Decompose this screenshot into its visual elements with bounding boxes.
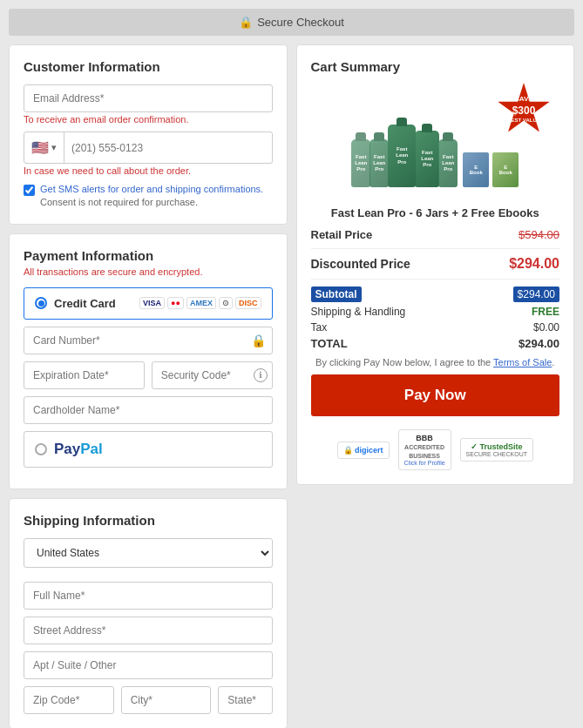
paypal-option[interactable]: PayPal <box>24 431 273 468</box>
shipping-value: FREE <box>532 306 559 318</box>
customer-info-title: Customer Information <box>24 59 273 74</box>
diners-icon: ⊙ <box>219 297 233 309</box>
lock-field-icon: 🔒 <box>251 334 266 347</box>
cart-title: Cart Summary <box>311 59 560 74</box>
bottle-5: FastLeanPro <box>438 139 458 187</box>
mastercard-icon: ●● <box>167 297 184 309</box>
paypal-logo: PayPal <box>54 441 103 458</box>
customer-info-section: Customer Information To receive an email… <box>9 44 288 225</box>
bottle-1: FastLeanPro <box>351 139 370 187</box>
credit-card-option[interactable]: Credit Card VISA ●● AMEX ⊙ DISC <box>24 287 273 320</box>
trusted-site-badge: ✓ TrustedSite SECURE CHECKOUT <box>460 438 533 462</box>
payment-info-section: Payment Information All transactions are… <box>9 233 288 489</box>
sms-text: Get SMS alerts for order and shipping co… <box>40 183 263 210</box>
pay-now-button[interactable]: Pay Now <box>311 374 560 416</box>
visa-icon: VISA <box>139 297 165 309</box>
retail-price-row: Retail Price $594.00 <box>311 228 560 241</box>
apt-field[interactable] <box>24 651 273 679</box>
credit-card-radio[interactable] <box>35 297 47 309</box>
shipping-label: Shipping & Handling <box>311 306 406 318</box>
bottle-3-main: FastLeanPro <box>388 125 416 187</box>
shipping-title: Shipping Information <box>24 513 273 528</box>
total-value: $294.00 <box>519 337 559 350</box>
discounted-price-row: Discounted Price $294.00 <box>311 256 560 272</box>
subtotal-value: $294.00 <box>513 286 559 302</box>
subtotal-row: Subtotal $294.00 <box>311 286 560 302</box>
phone-hint: In case we need to call about the order. <box>24 165 273 176</box>
secure-header: 🔒 Secure Checkout <box>9 9 574 36</box>
paypal-radio[interactable] <box>35 443 47 455</box>
subtotal-label: Subtotal <box>311 286 362 302</box>
card-icons: VISA ●● AMEX ⊙ DISC <box>139 297 261 309</box>
phone-dropdown-arrow: ▾ <box>51 142 57 153</box>
phone-wrapper: 🇺🇸 ▾ <box>24 131 273 164</box>
street-field[interactable] <box>24 617 273 644</box>
secure-header-title: Secure Checkout <box>257 16 344 29</box>
retail-label: Retail Price <box>311 228 373 241</box>
discounted-price: $294.00 <box>509 256 559 272</box>
email-field[interactable] <box>24 84 273 112</box>
cart-summary-section: Cart Summary FastLeanPro FastLeanPro Fas… <box>296 44 575 485</box>
retail-price: $594.00 <box>519 228 559 241</box>
shipping-row: Shipping & Handling FREE <box>311 306 560 318</box>
cardholder-name-field[interactable] <box>24 396 273 424</box>
email-hint: To receive an email order confirmation. <box>24 114 273 125</box>
tax-value: $0.00 <box>533 321 559 334</box>
phone-field[interactable] <box>64 135 272 161</box>
trust-badges: 🔒 digicert BBBACCREDITEDBUSINESS Click f… <box>311 425 560 470</box>
sms-checkbox[interactable] <box>24 185 35 196</box>
city-field[interactable] <box>121 686 212 714</box>
credit-card-label: Credit Card <box>54 297 116 310</box>
save-line2: $300 <box>512 104 536 118</box>
total-label: TOTAL <box>311 337 348 350</box>
amex-icon: AMEX <box>186 297 216 309</box>
tax-label: Tax <box>311 321 328 334</box>
lock-icon: 🔒 <box>239 16 253 29</box>
sms-sub: Consent is not required for purchase. <box>40 197 198 207</box>
sms-row: Get SMS alerts for order and shipping co… <box>24 183 273 210</box>
info-icon: ℹ <box>254 368 268 382</box>
terms-link[interactable]: Terms of Sale <box>493 357 552 367</box>
product-image-area: FastLeanPro FastLeanPro FastLeanPro Fast… <box>311 83 560 196</box>
card-number-field[interactable] <box>24 327 273 354</box>
phone-flag: 🇺🇸 ▾ <box>24 132 64 163</box>
expiration-field[interactable] <box>24 361 145 389</box>
terms-text: By clicking Pay Now below, I agree to th… <box>311 357 560 367</box>
zip-field[interactable] <box>24 686 114 714</box>
state-field[interactable] <box>218 686 272 714</box>
product-name: Fast Lean Pro - 6 Jars + 2 Free Ebooks <box>311 206 560 219</box>
digicert-badge: 🔒 digicert <box>337 442 390 459</box>
fullname-field[interactable] <box>24 582 273 610</box>
bottle-4: FastLeanPro <box>415 131 439 187</box>
bbb-badge: BBBACCREDITEDBUSINESS Click for Profile <box>398 429 451 470</box>
ebook-1: EBook <box>463 152 489 187</box>
payment-subtitle: All transactions are secure and encrypte… <box>24 266 273 277</box>
payment-info-title: Payment Information <box>24 248 273 263</box>
total-row: TOTAL $294.00 <box>311 337 560 350</box>
bottle-2: FastLeanPro <box>369 139 389 187</box>
tax-row: Tax $0.00 <box>311 321 560 334</box>
country-select[interactable]: United States <box>24 538 273 568</box>
shipping-info-section: Shipping Information United States <box>9 498 288 728</box>
discounted-label: Discounted Price <box>311 257 410 271</box>
ebook-2: EBook <box>492 152 519 187</box>
us-flag-icon: 🇺🇸 <box>31 139 49 156</box>
discover-icon: DISC <box>235 297 261 309</box>
